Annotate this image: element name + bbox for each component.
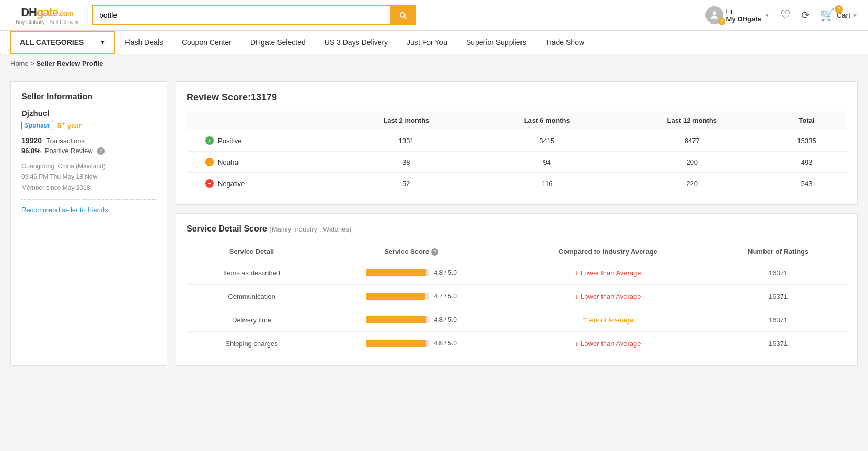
breadcrumb-current: Seller Review Profile <box>37 60 103 67</box>
user-area[interactable]: 🪙 Hi, My DHgate ▼ <box>705 6 770 24</box>
cart-icon: 🛒 <box>820 8 835 22</box>
nav-us-days-delivery[interactable]: US 3 Days Delivery <box>315 31 397 54</box>
score-bar-fill-4 <box>366 340 426 347</box>
service-score-2: 4.7 / 5.0 <box>317 285 506 308</box>
review-col-6m: Last 6 months <box>477 111 617 130</box>
positive-label: Positive Review <box>45 147 93 155</box>
service-score-4: 4.8 / 5.0 <box>317 332 506 355</box>
history-icon[interactable]: ⟳ <box>801 9 810 21</box>
sponsor-badge: Sponsor <box>21 121 53 130</box>
service-title: Service Detail Score (Mainly Industry : … <box>187 224 847 234</box>
score-text-4: 4.8 / 5.0 <box>434 340 456 347</box>
seller-name: Djzhucl <box>21 109 156 118</box>
score-bar-fill-2 <box>366 293 425 300</box>
comparison-1: ↓Lower than Average <box>506 261 710 285</box>
arrow-down-icon-1: ↓ <box>575 269 578 277</box>
table-row: Delivery time 4.8 / 5.0 ≡About Average <box>187 308 847 332</box>
user-avatar-icon: 🪙 <box>705 6 723 24</box>
ratings-1: 16371 <box>710 261 847 285</box>
transactions-row: 19920 Transactions <box>21 136 156 145</box>
positive-12m: 6477 <box>617 130 767 152</box>
seller-location: Guangdong, China (Mainland) 09:46 PM Thu… <box>21 161 156 193</box>
main-content: Seller Information Djzhucl Sponsor 5th y… <box>0 73 868 374</box>
service-col-ratings: Number of Ratings <box>710 242 847 261</box>
review-score-card: Review Score:13179 Last 2 months Last 6 … <box>176 81 858 205</box>
service-score-1: 4.8 / 5.0 <box>317 261 506 285</box>
neutral-total: 493 <box>767 152 847 173</box>
help-icon[interactable]: ? <box>97 147 105 155</box>
nav-flash-deals[interactable]: Flash Deals <box>115 31 172 54</box>
negative-dot-icon: − <box>205 179 214 188</box>
nav-links: Flash Deals Coupon Center DHgate Selecte… <box>115 31 594 54</box>
service-detail-label-2: Communication <box>187 285 317 308</box>
negative-12m: 220 <box>617 173 767 194</box>
score-bar-bg-1 <box>366 269 429 276</box>
nav-superior-suppliers[interactable]: Superior Suppliers <box>457 31 536 54</box>
seller-stats: 19920 Transactions 96.8% Positive Review… <box>21 136 156 155</box>
nav-dhgate-selected[interactable]: DHgate Selected <box>241 31 315 54</box>
search-input[interactable] <box>92 5 390 25</box>
negative-type: − Negative <box>195 179 328 188</box>
table-row: Shipping charges 4.8 / 5.0 ↓Lower than A… <box>187 332 847 355</box>
table-row: − Negative 52 116 220 543 <box>187 173 847 194</box>
review-table: Last 2 months Last 6 months Last 12 mont… <box>187 111 847 194</box>
search-area <box>92 5 416 25</box>
positive-dot-icon: + <box>205 136 214 145</box>
cart-area[interactable]: 🛒 2 Cart ▼ <box>820 8 858 22</box>
score-bar-bg-3 <box>366 316 429 323</box>
logo-text: DHgate.com <box>21 6 73 19</box>
service-col-comparison: Compared to Industry Average <box>506 242 710 261</box>
breadcrumb: Home > Seller Review Profile <box>0 54 868 73</box>
ratings-4: 16371 <box>710 332 847 355</box>
service-col-detail: Service Detail <box>187 242 317 261</box>
logo-gate: gate <box>37 6 58 19</box>
positive-total: 15335 <box>767 130 847 152</box>
neutral-2m: 38 <box>336 152 477 173</box>
logo-dh: DH <box>21 6 37 19</box>
service-score-help-icon[interactable]: ? <box>431 248 438 256</box>
arrow-down-icon-2: ↓ <box>575 292 578 300</box>
service-col-score: Service Score ? <box>317 242 506 261</box>
sidebar-divider <box>21 199 156 200</box>
review-col-type <box>187 111 336 130</box>
service-table: Service Detail Service Score ? Compared … <box>187 242 847 355</box>
ratings-3: 16371 <box>710 308 847 332</box>
arrow-equal-icon: ≡ <box>583 316 587 324</box>
service-detail-label-1: Items as described <box>187 261 317 285</box>
all-categories-button[interactable]: ALL CATEGORIES ▼ <box>10 31 115 54</box>
arrow-down-icon-4: ↓ <box>575 339 578 348</box>
comparison-4: ↓Lower than Average <box>506 332 710 355</box>
table-row: Communication 4.7 / 5.0 ↓Lower than Aver… <box>187 285 847 308</box>
table-row: + Positive 1331 3415 6477 15335 <box>187 130 847 152</box>
review-area: Review Score:13179 Last 2 months Last 6 … <box>176 81 858 366</box>
neutral-type: ○ Neutral <box>195 158 328 166</box>
sidebar-title: Seller Information <box>21 92 156 101</box>
score-bar-fill-1 <box>366 269 426 276</box>
service-detail-label-3: Delivery time <box>187 308 317 332</box>
score-text-3: 4.8 / 5.0 <box>434 316 456 323</box>
nav-just-for-you[interactable]: Just For You <box>397 31 457 54</box>
nav-coupon-center[interactable]: Coupon Center <box>172 31 241 54</box>
recommend-link[interactable]: Recommend seller to friends <box>21 206 108 214</box>
cart-badge: 2 <box>835 5 843 14</box>
nav-trade-show[interactable]: Trade Show <box>536 31 594 54</box>
neutral-dot-icon: ○ <box>205 158 214 166</box>
ratings-2: 16371 <box>710 285 847 308</box>
positive-2m: 1331 <box>336 130 477 152</box>
comparison-2: ↓Lower than Average <box>506 285 710 308</box>
positive-6m: 3415 <box>477 130 617 152</box>
coin-badge: 🪙 <box>718 18 725 25</box>
categories-chevron-icon: ▼ <box>100 39 106 45</box>
positive-review-row: 96.8% Positive Review ? <box>21 147 156 155</box>
positive-percent: 96.8% <box>21 147 41 155</box>
transactions-count: 19920 <box>21 136 42 145</box>
wishlist-icon[interactable]: ♡ <box>780 8 791 22</box>
score-bar-fill-3 <box>366 316 426 323</box>
table-row: ○ Neutral 38 94 200 493 <box>187 152 847 173</box>
user-dropdown-icon: ▼ <box>765 13 770 18</box>
search-button[interactable] <box>390 5 416 25</box>
service-detail-card: Service Detail Score (Mainly Industry : … <box>176 213 858 366</box>
score-bar-bg-4 <box>366 340 429 347</box>
search-icon <box>398 10 408 20</box>
breadcrumb-home[interactable]: Home <box>10 60 29 67</box>
